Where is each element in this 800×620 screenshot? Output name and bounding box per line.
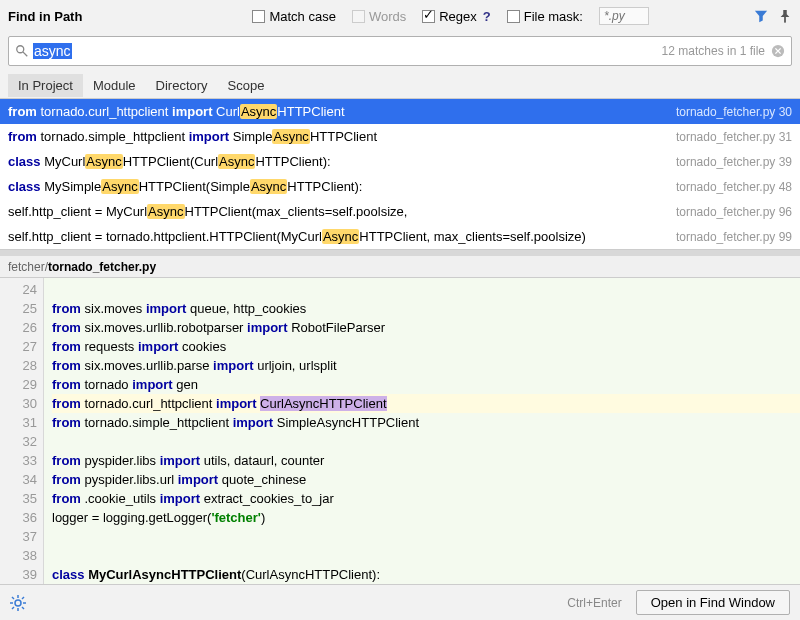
result-row[interactable]: from tornado.simple_httpclient import Si… (0, 124, 800, 149)
result-row[interactable]: class MySimpleAsyncHTTPClient(SimpleAsyn… (0, 174, 800, 199)
match-case-option[interactable]: Match case (252, 9, 335, 24)
words-option: Words (352, 9, 406, 24)
filter-icon[interactable] (754, 9, 768, 23)
svg-line-8 (12, 597, 14, 599)
help-icon[interactable]: ? (483, 9, 491, 24)
svg-line-9 (22, 607, 24, 609)
dialog-title: Find in Path (8, 9, 82, 24)
search-input[interactable]: async (33, 41, 656, 61)
svg-line-10 (12, 607, 14, 609)
pin-icon[interactable] (778, 9, 792, 23)
title-bar: Find in Path Match case Words Regex? Fil… (0, 0, 800, 32)
svg-line-11 (22, 597, 24, 599)
tab-in-project[interactable]: In Project (8, 74, 83, 97)
gear-icon[interactable] (10, 595, 26, 611)
svg-point-0 (17, 46, 24, 53)
result-row[interactable]: self.http_client = MyCurlAsyncHTTPClient… (0, 199, 800, 224)
checkbox-icon (422, 10, 435, 23)
open-in-find-window-button[interactable]: Open in Find Window (636, 590, 790, 615)
scope-tabs: In Project Module Directory Scope (0, 72, 800, 98)
svg-point-3 (15, 600, 21, 606)
result-row[interactable]: self.http_client = tornado.httpclient.HT… (0, 224, 800, 249)
regex-option[interactable]: Regex? (422, 9, 491, 24)
checkbox-icon (252, 10, 265, 23)
clear-icon[interactable] (771, 44, 785, 58)
checkbox-icon (352, 10, 365, 23)
file-mask-option[interactable]: File mask: (507, 9, 583, 24)
preview-path: fetcher/tornado_fetcher.py (0, 256, 800, 278)
tab-module[interactable]: Module (83, 74, 146, 97)
shortcut-hint: Ctrl+Enter (567, 596, 621, 610)
svg-line-1 (23, 52, 27, 56)
search-options: Match case Words Regex? File mask: (252, 7, 649, 25)
search-field-row: async 12 matches in 1 file (8, 36, 792, 66)
preview-editor[interactable]: 24252627282930313233343536373839 from si… (0, 278, 800, 584)
search-icon (15, 44, 29, 58)
results-list: from tornado.curl_httpclient import Curl… (0, 98, 800, 250)
tab-directory[interactable]: Directory (146, 74, 218, 97)
result-row[interactable]: from tornado.curl_httpclient import Curl… (0, 99, 800, 124)
result-row[interactable]: class MyCurlAsyncHTTPClient(CurlAsyncHTT… (0, 149, 800, 174)
bottom-bar: Ctrl+Enter Open in Find Window (0, 584, 800, 620)
file-mask-input[interactable] (599, 7, 649, 25)
checkbox-icon (507, 10, 520, 23)
line-gutter: 24252627282930313233343536373839 (0, 278, 44, 584)
match-count: 12 matches in 1 file (662, 44, 765, 58)
code-area[interactable]: from six.moves import queue, http_cookie… (44, 278, 800, 584)
tab-scope[interactable]: Scope (218, 74, 275, 97)
